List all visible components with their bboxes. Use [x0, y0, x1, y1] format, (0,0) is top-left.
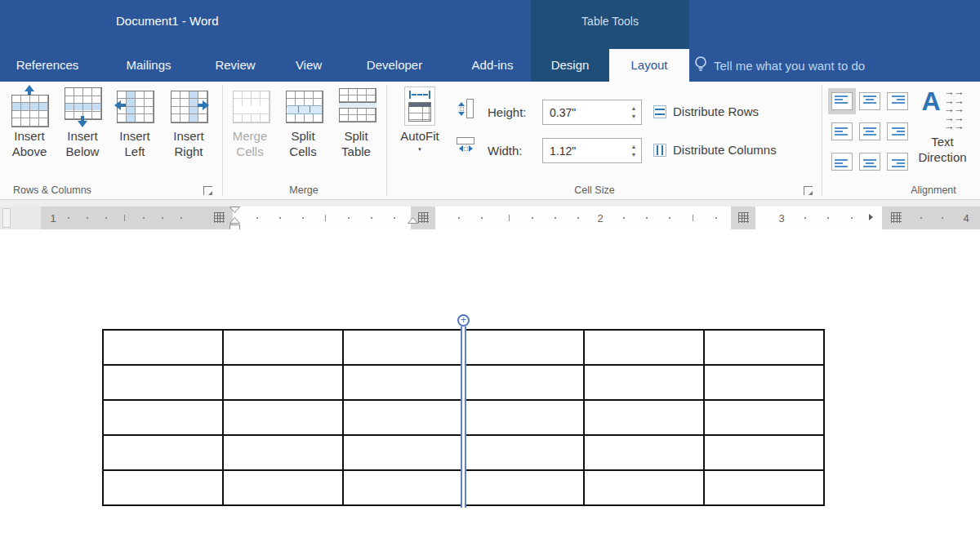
move-table-column-marker[interactable] [891, 212, 902, 223]
right-indent-marker-icon[interactable] [869, 214, 873, 220]
cell-size-dialog-launcher[interactable] [804, 186, 813, 195]
spin-down-icon[interactable]: ▼ [631, 152, 637, 158]
align-center-button[interactable] [856, 118, 884, 144]
ruler-tick [458, 217, 460, 219]
insert-right-button[interactable]: Insert Right [166, 87, 212, 159]
table-cell[interactable] [104, 366, 222, 399]
table-cell[interactable] [465, 401, 583, 434]
insert-column-button[interactable]: + [457, 314, 470, 327]
tab-mailings[interactable]: Mailings [114, 49, 183, 82]
table-cell[interactable] [585, 331, 703, 364]
table-cell[interactable] [585, 401, 703, 434]
insert-above-button[interactable]: Insert Above [7, 87, 52, 159]
table-cell[interactable] [585, 471, 703, 504]
table-cell[interactable] [344, 331, 462, 364]
table-cell[interactable] [104, 331, 222, 364]
merge-cells-button[interactable]: Merge Cells [226, 87, 274, 159]
table-cell[interactable] [705, 436, 823, 469]
table-cell[interactable] [705, 331, 823, 364]
spin-up-icon[interactable]: ▲ [631, 105, 637, 111]
align-center-left-button[interactable] [828, 118, 856, 144]
table-cell[interactable] [224, 471, 342, 504]
table-cell[interactable] [465, 471, 583, 504]
move-table-column-marker[interactable] [738, 212, 749, 223]
autofit-icon [404, 87, 435, 126]
tab-design[interactable]: Design [539, 49, 601, 82]
table-cell[interactable] [465, 366, 583, 399]
ruler-tick [256, 217, 258, 219]
table-cell[interactable] [224, 436, 342, 469]
insert-below-button[interactable]: Insert Below [60, 87, 105, 159]
table-cell[interactable] [705, 401, 823, 434]
ruler-half-inch-tick [124, 215, 125, 221]
tab-add-ins[interactable]: Add-ins [462, 49, 523, 82]
ruler-segment [755, 207, 882, 229]
table-cell[interactable] [224, 366, 342, 399]
split-table-button[interactable]: Split Table [332, 87, 380, 159]
width-input[interactable]: 1.12" ▲ ▼ [542, 138, 642, 163]
tab-review[interactable]: Review [206, 49, 265, 82]
width-spinner[interactable]: ▲ ▼ [626, 144, 641, 158]
align-top-left-button[interactable] [828, 88, 856, 114]
table-cell[interactable] [344, 401, 462, 434]
align-bottom-left-button[interactable] [828, 149, 856, 175]
merge-cells-icon [231, 87, 269, 126]
height-input[interactable]: 0.37" ▲ ▼ [542, 100, 642, 125]
ruler-half-inch-tick [509, 215, 510, 221]
table-cell[interactable] [104, 401, 222, 434]
spin-up-icon[interactable]: ▲ [631, 144, 637, 149]
height-value[interactable]: 0.37" [543, 106, 626, 119]
hanging-indent-marker[interactable] [408, 217, 418, 224]
indent-markers[interactable] [229, 207, 240, 232]
table-cell[interactable] [465, 331, 583, 364]
width-value[interactable]: 1.12" [543, 144, 626, 158]
ruler-tick [715, 217, 717, 219]
table-cell[interactable] [344, 471, 462, 504]
move-table-column-marker[interactable] [214, 212, 225, 223]
text-direction-button[interactable]: A →→→→→→→→→→ Text Direction [906, 88, 978, 165]
split-cells-button[interactable]: Split Cells [279, 87, 327, 159]
document-area[interactable]: + [0, 229, 980, 551]
insert-left-label: Insert Left [112, 128, 158, 159]
table-cell[interactable] [585, 436, 703, 469]
table-cell[interactable] [104, 471, 222, 504]
contextual-tab-group-label: Table Tools [531, 15, 689, 28]
rows-columns-dialog-launcher[interactable] [203, 186, 212, 195]
split-table-icon [337, 87, 375, 126]
tab-references[interactable]: References [8, 49, 87, 82]
table-cell[interactable] [224, 401, 342, 434]
align-bottom-center-button[interactable] [856, 149, 884, 175]
split-cells-label: Split Cells [279, 128, 327, 159]
distribute-columns-button[interactable]: Distribute Columns [653, 143, 777, 157]
table-cell[interactable] [465, 436, 583, 469]
tab-view[interactable]: View [287, 49, 330, 82]
insert-left-button[interactable]: Insert Left [112, 87, 158, 159]
ruler-tick [87, 217, 88, 219]
table-cell[interactable] [224, 331, 342, 364]
width-field-label: Width: [488, 144, 523, 158]
table-cell[interactable] [104, 436, 222, 469]
distribute-rows-button[interactable]: Distribute Rows [653, 104, 759, 118]
selected-column-border[interactable] [461, 327, 466, 508]
ruler-tick [481, 217, 483, 219]
align-top-right-icon [887, 92, 908, 110]
table-cell[interactable] [705, 471, 823, 504]
align-top-center-button[interactable] [856, 88, 884, 114]
tell-me-search[interactable]: Tell me what you want to do [694, 49, 865, 82]
move-table-column-marker[interactable] [418, 212, 429, 223]
table-cell[interactable] [344, 436, 462, 469]
ruler-tick [623, 217, 625, 219]
table-cell[interactable] [344, 366, 462, 399]
tab-layout[interactable]: Layout [609, 49, 689, 82]
tab-developer[interactable]: Developer [354, 49, 434, 82]
height-spinner[interactable]: ▲ ▼ [626, 105, 641, 119]
table-column-width-icon [457, 137, 474, 152]
table-cell[interactable] [585, 366, 703, 399]
table-cell[interactable] [705, 366, 823, 399]
ruler-half-inch-tick [693, 215, 693, 221]
autofit-button[interactable]: AutoFit ▼ [396, 87, 443, 152]
word-window: Document1 - Word Table Tools References … [0, 0, 980, 551]
tab-stop-selector[interactable] [2, 208, 11, 228]
spin-down-icon[interactable]: ▼ [631, 113, 637, 119]
insert-left-icon [116, 87, 154, 126]
